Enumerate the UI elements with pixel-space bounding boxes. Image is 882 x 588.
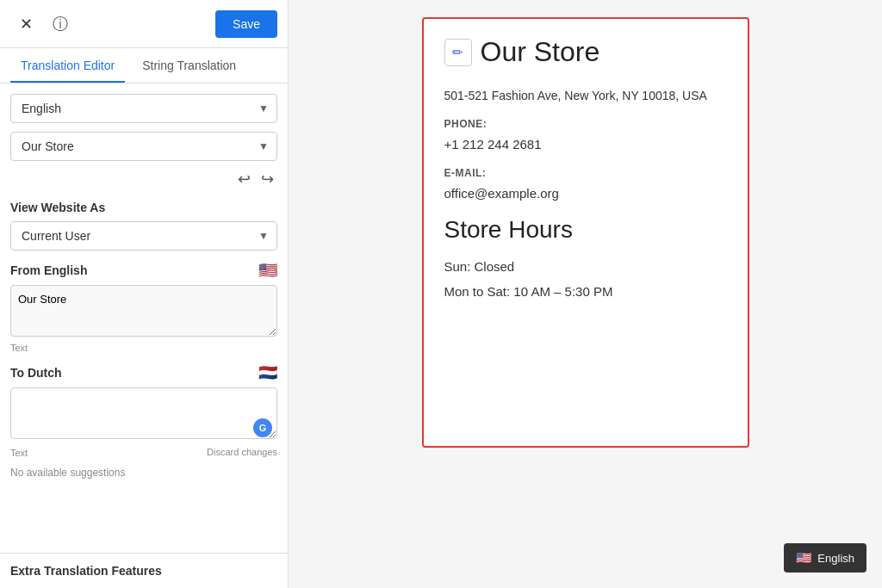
sidebar-content: English ▼ Our Store ▼ ↩ ↪ View Website A… — [0, 84, 288, 553]
undo-button[interactable]: ↩ — [238, 170, 251, 189]
save-button[interactable]: Save — [215, 10, 277, 38]
preview-title-row: ✏ Our Store — [444, 36, 727, 68]
to-type-label: Text — [10, 448, 28, 458]
preview-phone-value: +1 212 244 2681 — [444, 137, 727, 152]
edit-title-button[interactable]: ✏ — [444, 39, 472, 66]
from-label: From English — [10, 263, 87, 277]
preview-phone-label: PHONE: — [444, 118, 727, 130]
preview-address: 501-521 Fashion Ave, New York, NY 10018,… — [444, 89, 727, 102]
no-suggestions-text: No available suggestions — [10, 467, 277, 479]
discard-row: Text Discard changes — [10, 445, 277, 458]
close-button[interactable]: ✕ — [10, 9, 41, 40]
google-translate-icon[interactable]: G — [253, 418, 272, 437]
language-dropdown-wrapper: English ▼ — [10, 94, 277, 123]
dutch-flag-icon: 🇳🇱 — [258, 363, 277, 382]
from-section-header: From English 🇺🇸 — [10, 261, 277, 280]
current-user-dropdown[interactable]: Current User — [10, 221, 277, 251]
to-label: To Dutch — [10, 366, 62, 380]
header: ✕ ⓘ Save — [0, 0, 288, 48]
preview-store-title: Our Store — [481, 36, 600, 68]
sidebar: ✕ ⓘ Save Translation Editor String Trans… — [0, 0, 289, 588]
undo-redo-group: ↩ ↪ — [10, 170, 277, 189]
tabs: Translation Editor String Translation — [0, 48, 288, 84]
main-content: ✏ Our Store 501-521 Fashion Ave, New Yor… — [289, 0, 882, 588]
to-dutch-section: To Dutch 🇳🇱 G Text Discard changes — [10, 363, 277, 458]
language-dropdown[interactable]: English — [10, 94, 277, 123]
info-button[interactable]: ⓘ — [45, 9, 76, 40]
store-dropdown-wrapper: Our Store ▼ — [10, 132, 277, 161]
to-section-header: To Dutch 🇳🇱 — [10, 363, 277, 382]
english-badge[interactable]: 🇺🇸 English — [784, 543, 866, 573]
store-dropdown[interactable]: Our Store — [10, 132, 277, 161]
view-website-as-section: View Website As Current User ▼ — [10, 201, 277, 251]
preview-email-value: office@example.org — [444, 186, 727, 201]
to-textarea-wrapper: G — [10, 387, 277, 443]
extra-features-label: Extra Translation Features — [10, 564, 162, 578]
badge-label: English — [817, 552, 854, 565]
badge-flag-icon: 🇺🇸 — [796, 550, 812, 566]
from-english-section: From English 🇺🇸 Text — [10, 261, 277, 353]
discard-changes-link[interactable]: Discard changes — [28, 447, 277, 457]
redo-button[interactable]: ↪ — [261, 170, 274, 189]
from-textarea[interactable] — [10, 285, 277, 337]
tab-translation-editor[interactable]: Translation Editor — [10, 48, 125, 83]
view-website-as-label: View Website As — [10, 201, 277, 214]
preview-card: ✏ Our Store 501-521 Fashion Ave, New Yor… — [422, 17, 749, 448]
tab-string-translation[interactable]: String Translation — [132, 48, 246, 83]
preview-email-label: E-MAIL: — [444, 167, 727, 179]
from-type-label: Text — [10, 343, 277, 353]
extra-features-section: Extra Translation Features — [0, 553, 288, 588]
pencil-icon: ✏ — [452, 45, 463, 60]
current-user-dropdown-wrapper: Current User ▼ — [10, 221, 277, 251]
to-textarea[interactable] — [10, 387, 277, 439]
english-flag-icon: 🇺🇸 — [258, 261, 277, 280]
preview-hours-item-1: Mon to Sat: 10 AM – 5:30 PM — [444, 284, 727, 299]
preview-store-hours-title: Store Hours — [444, 216, 727, 244]
preview-hours-item-0: Sun: Closed — [444, 259, 727, 274]
